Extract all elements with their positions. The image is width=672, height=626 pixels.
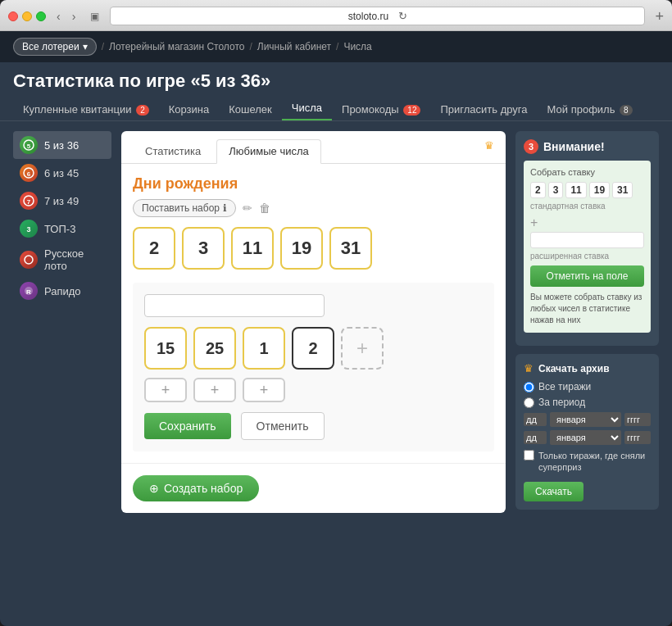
- tab-statistics[interactable]: Статистика: [133, 139, 213, 163]
- sidebar-item-536[interactable]: 5 5 из 36: [13, 131, 111, 159]
- new-tab-button[interactable]: +: [655, 9, 664, 24]
- create-set-button[interactable]: ⊕ Создать набор: [133, 475, 259, 501]
- nav-item-receipts[interactable]: Купленные квитанции 2: [13, 98, 159, 120]
- number-ball-1[interactable]: 3: [182, 227, 225, 270]
- sidebar-item-645[interactable]: 6 6 из 45: [13, 159, 111, 187]
- number-ball-2[interactable]: 11: [231, 227, 274, 270]
- traffic-lights: [8, 11, 46, 21]
- edit-icon[interactable]: ✏: [243, 202, 252, 215]
- main-content: Статистика Любимые числа ♛ Дни рождения …: [121, 131, 506, 513]
- plus-cell-0[interactable]: +: [144, 378, 187, 402]
- nav-item-profile[interactable]: Мой профиль 8: [538, 98, 642, 120]
- cancel-button[interactable]: Отменить: [241, 412, 325, 440]
- maximize-button[interactable]: [36, 11, 46, 21]
- plus-cell-1[interactable]: +: [193, 378, 236, 402]
- breadcrumb-link-store[interactable]: Лотерейный магазин Столото: [109, 41, 244, 52]
- breadcrumb-link-cabinet[interactable]: Личный кабинет: [257, 41, 331, 52]
- crown-icon-download: ♛: [524, 362, 534, 374]
- bet-num-2: 11: [565, 182, 586, 198]
- svg-text:6: 6: [27, 170, 31, 178]
- date2-month-select[interactable]: января февраля: [550, 430, 621, 445]
- sidebar-icon-645: 6: [20, 164, 38, 182]
- add-number-button[interactable]: +: [341, 327, 384, 370]
- edit-ball-3[interactable]: 2: [292, 327, 334, 370]
- browser-window: ‹ › ▣ stoloto.ru ↻ + Все лотереи ▾ / Лот…: [0, 0, 672, 626]
- all-draws-radio[interactable]: [524, 382, 534, 392]
- sidebar-item-top3[interactable]: 3 ТОП-3: [13, 215, 111, 243]
- number-ball-4[interactable]: 31: [329, 227, 372, 270]
- nav-item-invite[interactable]: Пригласить друга: [430, 98, 537, 120]
- breadcrumb-link-numbers[interactable]: Числа: [343, 41, 371, 52]
- edit-ball-0[interactable]: 15: [144, 327, 187, 370]
- bet-num-0: 2: [530, 182, 546, 198]
- right-sidebar: 3 Внимание! Собрать ставку 2 3 11 19 31 …: [515, 131, 659, 513]
- standard-bet-label: стандартная ставка: [530, 202, 644, 211]
- expanded-label: расширенная ставка: [530, 252, 644, 261]
- set-title-input[interactable]: [144, 294, 325, 317]
- plus-cell-2[interactable]: +: [243, 378, 285, 402]
- sidebar-label-536: 5 из 36: [44, 139, 79, 152]
- date1-month-select[interactable]: января февраля марта апреля мая июня июл…: [550, 412, 621, 427]
- download-box: ♛ Скачать архив Все тиражи За период: [515, 354, 659, 510]
- address-bar: stoloto.ru ↻: [110, 7, 645, 25]
- nav-item-cart[interactable]: Корзина: [159, 98, 220, 120]
- date2-year-input[interactable]: [624, 431, 651, 444]
- edit-ball-1[interactable]: 25: [193, 327, 236, 370]
- date1-dd-input[interactable]: [524, 413, 547, 426]
- all-draws-label: Все тиражи: [538, 381, 591, 392]
- info-icon: ℹ: [223, 202, 227, 214]
- window-mode-button[interactable]: ▣: [86, 9, 103, 24]
- edit-plus-row: + + +: [144, 378, 483, 402]
- superprize-checkbox-row[interactable]: Только тиражи, где сняли суперприз: [524, 450, 651, 474]
- reload-button[interactable]: ↻: [398, 10, 407, 22]
- attention-title: Внимание!: [543, 140, 605, 153]
- create-set-area: ⊕ Создать набор: [121, 463, 506, 513]
- bet-num-4: 31: [612, 182, 633, 198]
- sidebar-item-rapido[interactable]: R Рапидо: [13, 277, 111, 305]
- sidebar-label-645: 6 из 45: [44, 167, 79, 179]
- nav-item-wallet[interactable]: Кошелек: [219, 98, 282, 120]
- place-set-button[interactable]: Поставить набор ℹ: [133, 199, 236, 217]
- page-title: Статистика по игре «5 из 36»: [13, 70, 659, 92]
- close-button[interactable]: [8, 11, 18, 21]
- save-button[interactable]: Сохранить: [144, 413, 231, 439]
- period-radio[interactable]: [524, 397, 534, 408]
- delete-icon[interactable]: 🗑: [259, 202, 270, 215]
- date2-dd-input[interactable]: [524, 431, 547, 444]
- edit-ball-2[interactable]: 1: [243, 327, 285, 370]
- download-header: ♛ Скачать архив: [524, 362, 651, 374]
- nav-item-numbers[interactable]: Числа: [282, 97, 332, 120]
- crown-icon: ♛: [473, 131, 506, 152]
- period-label: За период: [538, 397, 585, 408]
- minimize-button[interactable]: [22, 11, 32, 21]
- lotteries-dropdown-button[interactable]: Все лотереи ▾: [13, 38, 97, 56]
- sidebar-icon-rusloto: [20, 251, 38, 269]
- sidebar-item-rusloto[interactable]: Русское лото: [13, 243, 111, 277]
- dropdown-icon: ▾: [83, 41, 88, 52]
- sidebar-item-749[interactable]: 7 7 из 49: [13, 187, 111, 215]
- plus-icon: ⊕: [149, 482, 159, 495]
- back-button[interactable]: ‹: [52, 8, 65, 25]
- edit-numbers-row: 15 25 1 2 +: [144, 327, 483, 370]
- left-sidebar: 5 5 из 36 6 6 из 45 7 7 из 49: [13, 131, 111, 513]
- date1-year-input[interactable]: [624, 413, 651, 426]
- sidebar-label-749: 7 из 49: [44, 195, 79, 207]
- tab-favorite-numbers[interactable]: Любимые числа: [216, 139, 320, 164]
- two-column-layout: 5 5 из 36 6 6 из 45 7 7 из 49: [0, 121, 672, 523]
- all-draws-option[interactable]: Все тиражи: [524, 381, 651, 392]
- fav-set-toolbar: Поставить набор ℹ ✏ 🗑: [133, 199, 494, 217]
- number-ball-3[interactable]: 19: [280, 227, 323, 270]
- page-title-area: Статистика по игре «5 из 36»: [0, 62, 672, 97]
- download-button[interactable]: Скачать: [524, 482, 583, 501]
- content-body: Дни рождения Поставить набор ℹ ✏ 🗑 2: [121, 164, 506, 463]
- superprize-checkbox[interactable]: [524, 450, 534, 460]
- number-ball-0[interactable]: 2: [133, 227, 175, 270]
- period-option[interactable]: За период: [524, 397, 651, 408]
- forward-button[interactable]: ›: [68, 8, 80, 25]
- date-row-2: января февраля: [524, 430, 651, 445]
- nav-item-promo[interactable]: Промокоды 12: [332, 98, 430, 120]
- expanded-input[interactable]: [530, 232, 644, 248]
- collect-bet-title: Собрать ставку: [530, 167, 644, 177]
- mark-field-button[interactable]: Отметить на поле: [530, 265, 644, 287]
- content-tabs: Статистика Любимые числа: [121, 131, 473, 163]
